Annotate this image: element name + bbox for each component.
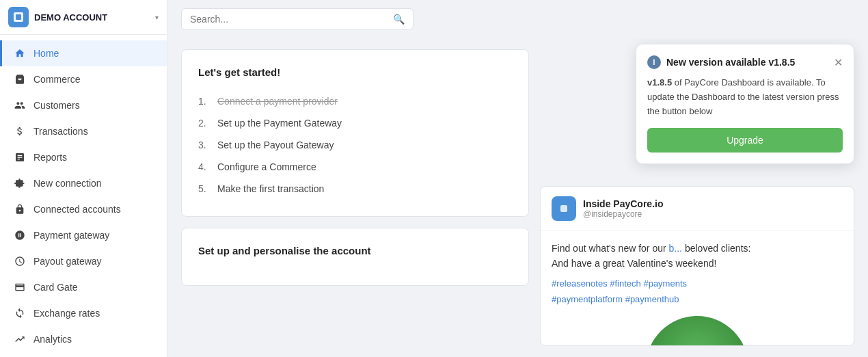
lock-icon [13, 202, 27, 216]
home-icon [13, 47, 27, 60]
sidebar-item-customers[interactable]: Customers [0, 92, 167, 118]
list-item: 3. Set up the Payout Gateway [198, 134, 512, 156]
left-panel: Let's get started! 1. Connect a payment … [181, 49, 529, 346]
dollar-icon [13, 124, 27, 138]
account-logo [8, 7, 29, 27]
payout-gateway-icon [13, 254, 27, 268]
users-icon [13, 98, 27, 112]
sidebar-item-payment-gateway-label: Payment gateway [33, 230, 109, 241]
list-item: 5. Make the first transaction [198, 178, 512, 200]
trending-up-icon [13, 332, 27, 346]
list-item: 1. Connect a payment provider [198, 90, 512, 112]
list-num: 4. [198, 161, 212, 172]
main-content: 🔍 Let's get started! 1. Connect a paymen… [167, 0, 868, 357]
chevron-down-icon: ▾ [155, 14, 159, 21]
sidebar-item-new-connection-label: New connection [33, 178, 102, 189]
video-thumbnail[interactable]: ▶ [646, 316, 748, 346]
topbar: 🔍 [167, 0, 868, 38]
setup-card: Set up and personalise the account [181, 228, 529, 286]
social-tags: #releasenotes #fintech #payments #paymen… [552, 276, 843, 308]
social-text: Find out what's new for our b... beloved… [552, 241, 843, 272]
sidebar-item-home-label: Home [33, 48, 59, 59]
list-num: 2. [198, 118, 212, 129]
list-text: Set up the Payment Gateway [217, 118, 342, 129]
svg-rect-3 [560, 205, 567, 212]
shopping-bag-icon [13, 72, 27, 86]
sidebar-item-exchange-rates[interactable]: Exchange rates [0, 300, 167, 326]
avatar [552, 196, 576, 221]
account-name: DEMO ACCOUNT [34, 12, 155, 23]
list-text: Connect a payment provider [217, 96, 338, 107]
setup-card-title: Set up and personalise the account [198, 245, 512, 256]
refresh-icon [13, 306, 27, 320]
getting-started-list: 1. Connect a payment provider 2. Set up … [198, 90, 512, 200]
sidebar-item-connected-accounts[interactable]: Connected accounts [0, 196, 167, 222]
social-link[interactable]: b... [669, 243, 682, 254]
social-name: Inside PayCore.io [583, 198, 663, 209]
social-handle: @insidepaycore [583, 209, 663, 219]
list-num: 5. [198, 183, 212, 194]
notif-title: New version available v1.8.5 [666, 57, 795, 68]
list-item: 4. Configure a Commerce [198, 156, 512, 178]
sidebar-item-customers-label: Customers [33, 100, 80, 111]
account-switcher[interactable]: DEMO ACCOUNT ▾ [0, 0, 167, 35]
sidebar-item-transactions-label: Transactions [33, 126, 88, 137]
right-panel: i New version available v1.8.5 ✕ v1.8.5 … [540, 49, 854, 346]
sidebar-item-payout-gateway[interactable]: Payout gateway [0, 248, 167, 274]
sidebar-item-new-connection[interactable]: New connection [0, 170, 167, 196]
getting-started-title: Let's get started! [198, 66, 512, 78]
sidebar-item-commerce[interactable]: Commerce [0, 66, 167, 92]
list-text: Configure a Commerce [217, 161, 316, 172]
sidebar: DEMO ACCOUNT ▾ Home Commerce Customers [0, 0, 167, 357]
sidebar-item-payout-gateway-label: Payout gateway [33, 256, 102, 267]
upgrade-button[interactable]: Upgrade [647, 128, 843, 153]
content-area: Let's get started! 1. Connect a payment … [167, 38, 868, 357]
sidebar-item-payment-gateway[interactable]: Payment gateway [0, 222, 167, 248]
social-card: Inside PayCore.io @insidepaycore Find ou… [540, 186, 854, 346]
sidebar-item-analytics[interactable]: Analytics [0, 326, 167, 352]
sidebar-item-reports-label: Reports [33, 152, 67, 163]
social-info: Inside PayCore.io @insidepaycore [583, 198, 663, 219]
list-item: 2. Set up the Payment Gateway [198, 112, 512, 134]
notif-header: i New version available v1.8.5 ✕ [647, 55, 843, 69]
sidebar-item-card-gate[interactable]: Card Gate [0, 274, 167, 300]
list-text: Set up the Payout Gateway [217, 140, 334, 150]
sidebar-item-exchange-rates-label: Exchange rates [33, 308, 100, 319]
list-num: 1. [198, 96, 212, 107]
sidebar-item-connected-accounts-label: Connected accounts [33, 204, 121, 215]
sidebar-nav: Home Commerce Customers Transactions Rep [0, 35, 167, 357]
list-text: Make the first transaction [217, 183, 324, 194]
list-num: 3. [198, 140, 212, 150]
sidebar-item-commerce-label: Commerce [33, 74, 80, 85]
sidebar-item-transactions[interactable]: Transactions [0, 118, 167, 144]
notif-version: v1.8.5 [647, 77, 672, 88]
svg-rect-1 [16, 14, 21, 20]
search-icon: 🔍 [393, 14, 405, 25]
credit-card-icon [13, 280, 27, 294]
search-box[interactable]: 🔍 [181, 8, 413, 30]
notif-body: v1.8.5 of PayCore Dashboard is available… [647, 76, 843, 118]
bar-chart-icon [13, 150, 27, 164]
close-icon[interactable]: ✕ [834, 56, 843, 69]
sidebar-item-card-gate-label: Card Gate [33, 282, 78, 293]
sidebar-item-reports[interactable]: Reports [0, 144, 167, 170]
payment-gateway-icon [13, 228, 27, 242]
social-header: Inside PayCore.io @insidepaycore [541, 187, 854, 231]
social-body: Find out what's new for our b... beloved… [541, 231, 854, 346]
info-icon: i [647, 55, 661, 69]
plug-icon [13, 176, 27, 190]
notification-popup: i New version available v1.8.5 ✕ v1.8.5 … [636, 44, 854, 164]
sidebar-item-analytics-label: Analytics [33, 334, 72, 345]
getting-started-card: Let's get started! 1. Connect a payment … [181, 49, 529, 217]
notif-title-row: i New version available v1.8.5 [647, 55, 795, 69]
notif-text: of PayCore Dashboard is available. To up… [647, 77, 839, 116]
search-input[interactable] [190, 14, 393, 25]
sidebar-item-home[interactable]: Home [0, 40, 167, 66]
